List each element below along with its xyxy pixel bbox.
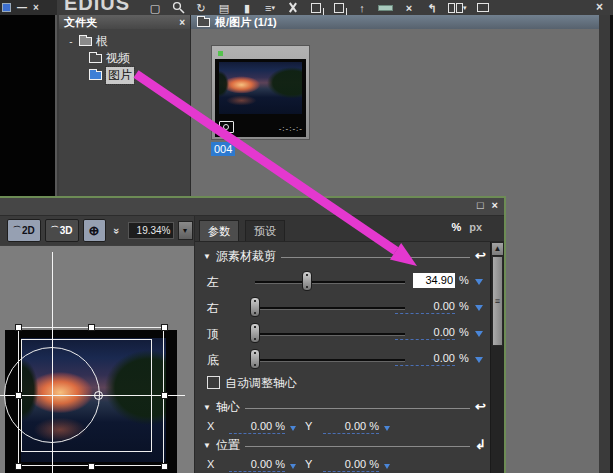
layout-canvas[interactable] [0,246,194,473]
anchor-y-value[interactable]: 0.00 % [323,420,379,434]
crop-bottom-value[interactable]: 0.00 [395,351,455,366]
crop-right-slider-track[interactable] [255,307,405,310]
handle-top-right[interactable] [161,324,168,331]
collapse-icon[interactable]: ▼ [203,403,211,412]
handle-top-left[interactable] [15,324,22,331]
minimize-icon[interactable]: — [17,3,27,13]
save-icon[interactable]: ▤ [217,0,231,15]
app-window: — × EDIUS ▢ ↻ ▤ ▮ ≡▾ ↑ × ↰ ▾ × [0,0,613,473]
bin-scrollbar[interactable] [599,15,613,473]
tree-item-picture[interactable]: 图片 [67,67,190,84]
close-icon[interactable]: × [179,17,185,28]
reset-icon[interactable]: ↩ [473,400,488,414]
delete-icon[interactable]: × [402,0,416,15]
scrollbar-thumb[interactable]: ≡ [492,256,503,346]
unit-percent-button[interactable]: % [451,221,461,233]
still-image-icon [219,121,234,133]
more-tools-icon[interactable]: » [111,224,123,238]
crop-left-slider-track[interactable] [255,281,405,284]
handle-mid-right[interactable] [161,392,168,399]
list-icon[interactable]: ≡▾ [263,0,277,15]
anchor-x-value[interactable]: 0.00 % [229,420,285,434]
paste-icon[interactable] [332,0,346,15]
anchor-target-button[interactable]: ⊕ [83,219,106,242]
tab-parameters[interactable]: 参数 [199,220,239,241]
handle-bottom-left[interactable] [15,463,22,470]
tree-item-video[interactable]: 视频 [67,50,190,67]
capture-icon[interactable]: ▮ [240,0,254,15]
value-dropdown-icon[interactable] [475,331,483,337]
crop-top-slider-track[interactable] [255,333,405,336]
status-dot [218,51,223,56]
crop-top-slider-thumb[interactable] [250,323,260,343]
add-to-timeline-icon[interactable] [378,0,393,15]
crop-bottom-slider-thumb[interactable] [250,349,260,369]
crop-left-value-input[interactable]: 34.90 [413,273,455,288]
clip-name-label[interactable]: 004 [211,142,235,156]
zoom-dropdown-icon[interactable]: ▾ [178,221,193,240]
tree-item-label-selected[interactable]: 图片 [106,67,134,84]
handle-mid-left[interactable] [15,392,22,399]
position-x-value[interactable]: 0.00 % [229,458,285,472]
section-source-crop[interactable]: ▼ 源素材裁剪 [203,249,470,264]
handle-bottom-center[interactable] [88,463,95,470]
cut-icon[interactable] [286,0,300,15]
crop-right-slider-thumb[interactable] [250,297,260,317]
value-dropdown-icon[interactable] [290,464,296,469]
close-icon[interactable]: × [596,0,603,14]
crop-left-slider-thumb[interactable] [302,271,312,291]
value-dropdown-icon[interactable] [475,357,483,363]
rotation-handle[interactable] [94,391,103,400]
parameters-scrollbar[interactable]: ▲ ≡ [490,242,504,473]
preview-monitor-window [0,15,57,198]
maximize-icon[interactable]: □ [477,199,484,211]
layouter-titlebar[interactable]: □ × [0,198,504,216]
copy-icon[interactable] [309,0,323,15]
expander-icon[interactable]: - [67,36,75,47]
dual-view-icon[interactable]: ▾ [448,0,467,15]
history-icon[interactable]: ↻ [194,0,208,15]
crop-top-value[interactable]: 0.00 [395,325,455,340]
reset-corner-icon[interactable]: ↲ [473,438,488,452]
value-dropdown-icon[interactable] [290,426,296,431]
position-y-value[interactable]: 0.00 % [323,458,379,472]
zoom-level-field[interactable]: 19.34% [128,222,174,239]
reset-icon[interactable]: ↩ [473,249,488,263]
move-up-icon[interactable]: ↑ [355,0,369,15]
section-position[interactable]: ▼ 位置 [203,438,470,453]
crop-row-top: 顶 0.00 % [195,322,491,346]
timecode-label: -:-:-:- [279,124,303,133]
section-anchor[interactable]: ▼ 轴心 [203,400,470,415]
value-dropdown-icon[interactable] [475,305,483,311]
anchor-xy-row: X 0.00 % Y 0.00 % [195,418,491,436]
mode-3d-button[interactable]: ⌒3D [45,219,79,242]
value-dropdown-icon[interactable] [384,464,390,469]
value-dropdown-icon[interactable] [475,279,483,285]
crop-right-value[interactable]: 0.00 [395,299,455,314]
undo-icon[interactable]: ↰ [425,0,439,15]
close-icon[interactable]: × [33,3,39,13]
collapse-icon[interactable]: ▼ [203,252,211,261]
handle-bottom-right[interactable] [161,463,168,470]
collapse-icon[interactable]: ▼ [203,441,211,450]
new-bin-icon[interactable]: ▢ [148,0,162,15]
clip-thumbnail[interactable]: -:-:-:- [211,45,310,140]
auto-anchor-checkbox[interactable] [207,376,220,389]
scroll-up-icon[interactable]: ▲ [492,243,503,255]
tree-item-label[interactable]: 根 [96,33,108,50]
unit-pixel-button[interactable]: px [469,221,482,233]
close-icon[interactable]: × [492,199,498,211]
mode-2d-button[interactable]: ⌒2D [7,219,41,242]
tab-presets[interactable]: 预设 [245,220,285,241]
folder-icon [89,71,102,80]
search-icon[interactable] [171,0,185,15]
tree-item-label[interactable]: 视频 [106,50,130,67]
folder-icon [197,18,210,27]
tree-item-root[interactable]: - 根 [67,33,190,50]
crop-row-left: 左 34.90 % [195,270,491,294]
handle-top-center[interactable] [88,324,95,331]
auto-anchor-label: 自动调整轴心 [225,375,297,392]
crop-bottom-slider-track[interactable] [255,359,405,362]
value-dropdown-icon[interactable] [384,426,390,431]
single-view-icon[interactable] [476,0,490,15]
